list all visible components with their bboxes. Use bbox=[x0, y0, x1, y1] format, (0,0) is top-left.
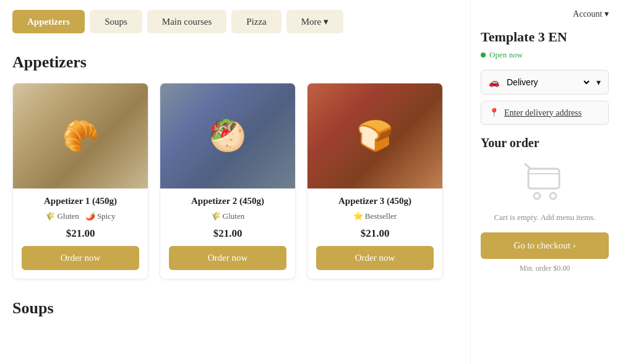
address-link[interactable]: Enter delivery address bbox=[504, 108, 582, 118]
cart-empty-text: Cart is empty. Add menu items. bbox=[481, 213, 609, 222]
gluten-icon-2: 🌾 bbox=[211, 211, 221, 221]
product-image-appetizer3: 🍞 bbox=[307, 83, 442, 188]
tag-gluten-2: 🌾 Gluten bbox=[211, 211, 244, 221]
soups-heading: Soups bbox=[12, 299, 458, 318]
svg-point-3 bbox=[550, 193, 556, 199]
product-name-appetizer2: Appetizer 2 (450g) bbox=[169, 196, 286, 206]
your-order-title: Your order bbox=[481, 136, 609, 150]
spicy-icon: 🌶️ bbox=[85, 211, 95, 221]
tag-label-bestseller3: Bestseller bbox=[365, 211, 397, 221]
order-button-appetizer3[interactable]: Order now bbox=[316, 246, 434, 270]
svg-point-2 bbox=[534, 193, 540, 199]
checkout-button[interactable]: Go to checkout › bbox=[481, 232, 609, 259]
delivery-chevron-icon: ▾ bbox=[596, 77, 601, 88]
tab-pizza[interactable]: Pizza bbox=[231, 10, 281, 33]
sidebar: Account ▾ Template 3 EN Open now 🚗 Deliv… bbox=[470, 0, 619, 364]
product-card-appetizer1: 🥐 Appetizer 1 (450g) 🌾 Gluten 🌶️ Spicy $… bbox=[12, 83, 148, 279]
tag-label-gluten1: Gluten bbox=[57, 211, 79, 221]
tag-label-gluten2: Gluten bbox=[223, 211, 244, 221]
delivery-selector[interactable]: 🚗 Delivery Pickup ▾ bbox=[481, 70, 609, 95]
tag-spicy-1: 🌶️ Spicy bbox=[85, 211, 116, 221]
product-tags-appetizer3: ⭐ Bestseller bbox=[316, 211, 434, 221]
order-button-appetizer1[interactable]: Order now bbox=[22, 246, 139, 270]
product-tags-appetizer1: 🌾 Gluten 🌶️ Spicy bbox=[22, 211, 139, 221]
tag-label-spicy1: Spicy bbox=[97, 211, 116, 221]
tab-appetizers[interactable]: Appetizers bbox=[12, 10, 85, 33]
address-row[interactable]: 📍 Enter delivery address bbox=[481, 101, 609, 125]
product-image-appetizer2: 🥙 bbox=[160, 83, 295, 188]
product-card-appetizer2: 🥙 Appetizer 2 (450g) 🌾 Gluten $21.00 Ord… bbox=[160, 83, 296, 279]
product-price-appetizer3: $21.00 bbox=[316, 227, 434, 240]
tab-more[interactable]: More ▾ bbox=[286, 10, 343, 33]
product-card-appetizer3: 🍞 Appetizer 3 (450g) ⭐ Bestseller $21.00… bbox=[307, 83, 443, 279]
cart-icon bbox=[523, 161, 567, 201]
svg-rect-0 bbox=[528, 169, 559, 188]
open-status: Open now bbox=[481, 50, 609, 60]
product-tags-appetizer2: 🌾 Gluten bbox=[169, 211, 286, 221]
product-price-appetizer2: $21.00 bbox=[169, 227, 286, 240]
open-status-label: Open now bbox=[489, 50, 523, 60]
gluten-icon: 🌾 bbox=[45, 211, 55, 221]
order-button-appetizer2[interactable]: Order now bbox=[169, 246, 286, 270]
product-price-appetizer1: $21.00 bbox=[22, 227, 139, 240]
tag-bestseller-3: ⭐ Bestseller bbox=[353, 211, 397, 221]
tab-main-courses[interactable]: Main courses bbox=[147, 10, 226, 33]
tab-soups[interactable]: Soups bbox=[90, 10, 142, 33]
appetizers-heading: Appetizers bbox=[12, 53, 458, 72]
nav-tabs: Appetizers Soups Main courses Pizza More… bbox=[12, 0, 458, 43]
delivery-dropdown[interactable]: Delivery Pickup bbox=[504, 77, 591, 88]
product-image-appetizer1: 🥐 bbox=[13, 83, 148, 188]
cart-icon-area bbox=[481, 161, 609, 204]
main-content: Appetizers Soups Main courses Pizza More… bbox=[0, 0, 470, 364]
restaurant-name: Template 3 EN bbox=[481, 29, 609, 45]
bestseller-icon: ⭐ bbox=[353, 211, 363, 221]
account-button[interactable]: Account ▾ bbox=[481, 9, 609, 19]
open-dot-icon bbox=[481, 53, 486, 57]
min-order-text: Min. order $0.00 bbox=[481, 264, 609, 273]
svg-line-4 bbox=[525, 164, 531, 169]
product-name-appetizer1: Appetizer 1 (450g) bbox=[22, 196, 139, 206]
appetizers-grid: 🥐 Appetizer 1 (450g) 🌾 Gluten 🌶️ Spicy $… bbox=[12, 83, 458, 279]
delivery-car-icon: 🚗 bbox=[489, 77, 499, 88]
product-name-appetizer3: Appetizer 3 (450g) bbox=[316, 196, 434, 206]
location-pin-icon: 📍 bbox=[489, 108, 499, 118]
tag-gluten-1: 🌾 Gluten bbox=[45, 211, 79, 221]
